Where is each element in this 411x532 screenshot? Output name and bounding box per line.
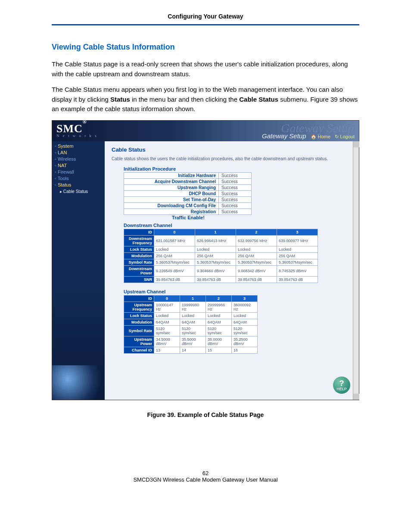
init-row-label: DHCP Bound bbox=[124, 190, 219, 196]
chan-cell: 15 bbox=[206, 347, 232, 353]
para2-cable: Cable Status bbox=[239, 96, 278, 103]
chan-cell: 64QAM bbox=[232, 319, 258, 325]
chan-cell: 29999966 Hz bbox=[206, 302, 232, 312]
init-row-label: Upstream Ranging bbox=[124, 184, 219, 190]
chan-row-label: Modulation bbox=[124, 252, 154, 259]
init-row-value: Success bbox=[219, 190, 252, 196]
banner-sub: Gateway Setup 🏠 Home ↻ Logout bbox=[262, 132, 355, 140]
chan-cell: 35.5000 dBmV bbox=[180, 336, 206, 347]
traffic-enable-text: Traffic Enable! bbox=[124, 215, 253, 220]
chan-cell: 5.360537Msym/sec bbox=[154, 259, 195, 265]
sidebar-item-nat[interactable]: ◦ NAT bbox=[55, 162, 105, 169]
content-title: Cable Status bbox=[112, 146, 352, 153]
sidebar-item-wireless[interactable]: ◦ Wireless bbox=[55, 156, 105, 162]
page-number: 62 bbox=[0, 470, 411, 476]
chan-cell: 35.0000 dBmV bbox=[206, 336, 232, 347]
chan-row-label: Upstream Frequency bbox=[124, 302, 154, 312]
ui-topbar: SMC® N e t w o r k s Gateway Setup Gatew… bbox=[52, 121, 359, 141]
sidebar-item-cablestatus[interactable]: ▸ Cable Status bbox=[55, 188, 105, 195]
init-row-label: Initialize Hardware bbox=[124, 172, 219, 178]
smc-logo: SMC® N e t w o r k s bbox=[56, 122, 98, 138]
chan-header: ID bbox=[124, 229, 154, 235]
init-row-value: Success bbox=[219, 172, 252, 178]
chan-cell: Locked bbox=[236, 246, 277, 252]
chan-header: 0 bbox=[154, 295, 180, 302]
logout-link[interactable]: ↻ Logout bbox=[335, 134, 355, 139]
chan-cell: 256 QAM bbox=[277, 252, 318, 259]
figure-caption: Figure 39. Example of Cable Status Page bbox=[52, 411, 359, 418]
sidebar-decor-image bbox=[52, 365, 105, 400]
chan-cell: 64QAM bbox=[154, 319, 180, 325]
chan-cell: Locked bbox=[180, 312, 206, 319]
chan-row-label: Symbol Rate bbox=[124, 259, 154, 265]
chan-cell: 39.854763 dB bbox=[277, 276, 318, 283]
chan-cell: 626.996413 MHz bbox=[195, 235, 236, 246]
sidebar-label: Firewall bbox=[58, 169, 74, 174]
sidebar-item-status[interactable]: ◦ Status bbox=[55, 182, 105, 188]
chan-cell: 19999980 Hz bbox=[180, 302, 206, 312]
chan-cell: 621.001587 MHz bbox=[154, 235, 195, 246]
chan-header: 3 bbox=[277, 229, 318, 235]
chan-cell: 5.360537Msym/sec bbox=[236, 259, 277, 265]
sidebar-label: Wireless bbox=[58, 156, 76, 162]
content-pane: Cable Status Cable status shows the user… bbox=[105, 141, 359, 400]
sidebar-label: Tools bbox=[58, 176, 69, 181]
upstream-channel-table: ID0123Upstream Frequency10000147 Hz19999… bbox=[124, 295, 258, 354]
chan-row-label: Channel ID bbox=[124, 347, 154, 353]
chan-cell: 9.226549 dBmV bbox=[154, 265, 195, 276]
chan-header: 0 bbox=[154, 229, 195, 235]
home-link[interactable]: 🏠 Home bbox=[311, 134, 330, 139]
chan-cell: 64QAM bbox=[180, 319, 206, 325]
chan-row-label: Modulation bbox=[124, 319, 154, 325]
chan-cell: 16 bbox=[232, 347, 258, 353]
chan-cell: Locked bbox=[195, 246, 236, 252]
chan-cell: 39.854763 dB bbox=[195, 276, 236, 283]
downstream-channel-table: ID0123Downstream Frequency621.001587 MHz… bbox=[124, 229, 318, 283]
chan-cell: 632.999756 MHz bbox=[236, 235, 277, 246]
paragraph-1: The Cable Status page is a read-only scr… bbox=[52, 59, 359, 79]
chan-cell: 5.360537Msym/sec bbox=[277, 259, 318, 265]
sidebar-label: LAN bbox=[58, 150, 67, 155]
chan-row-label: Lock Status bbox=[124, 246, 154, 252]
sidebar-label: Status bbox=[58, 182, 71, 187]
chan-cell: 5120 sym/sec bbox=[232, 325, 258, 336]
chan-header: 3 bbox=[232, 295, 258, 302]
scrollbar[interactable] bbox=[353, 141, 359, 400]
init-row-label: Acquire Downstream Channel bbox=[124, 178, 219, 184]
init-row-value: Success bbox=[219, 202, 252, 208]
sidebar-item-system[interactable]: ◦ System bbox=[55, 143, 105, 149]
doc-footer: 62 SMCD3GN Wireless Cable Modem Gateway … bbox=[0, 427, 411, 500]
chan-cell: 13 bbox=[154, 347, 180, 353]
init-row-value: Success bbox=[219, 208, 252, 215]
chan-cell: 256 QAM bbox=[154, 252, 195, 259]
chan-cell: 256 QAM bbox=[195, 252, 236, 259]
chan-header: 1 bbox=[180, 295, 206, 302]
chan-header: 2 bbox=[236, 229, 277, 235]
page-header: Configuring Your Gateway bbox=[52, 0, 359, 25]
section-title: Viewing Cable Status Information bbox=[52, 43, 359, 52]
screenshot-router-ui: SMC® N e t w o r k s Gateway Setup Gatew… bbox=[52, 120, 359, 400]
chan-cell: 36000092 Hz bbox=[232, 302, 258, 312]
chan-row-label: Symbol Rate bbox=[124, 325, 154, 336]
chan-cell: 39.854763 dB bbox=[154, 276, 195, 283]
init-row-label: Registration bbox=[124, 208, 219, 215]
para2-b: in the menu bar and then clicking the bbox=[130, 96, 240, 103]
chan-header: 1 bbox=[195, 229, 236, 235]
sidebar-label: Cable Status bbox=[63, 189, 88, 194]
sidebar-item-lan[interactable]: ◦ LAN bbox=[55, 149, 105, 156]
init-row-value: Success bbox=[219, 178, 252, 184]
chan-header: 2 bbox=[206, 295, 232, 302]
home-label: Home bbox=[318, 134, 330, 139]
help-button[interactable]: HELP bbox=[333, 376, 350, 394]
sidebar: ◦ System ◦ LAN ◦ Wireless ◦ NAT ◦ Firewa… bbox=[52, 141, 105, 400]
help-label: HELP bbox=[336, 387, 347, 391]
content-desc: Cable status shows the users the cable i… bbox=[112, 156, 352, 161]
sidebar-item-firewall[interactable]: ◦ Firewall bbox=[55, 169, 105, 175]
chan-cell: 64QAM bbox=[206, 319, 232, 325]
chan-cell: 10000147 Hz bbox=[154, 302, 180, 312]
banner-title: Gateway Setup bbox=[262, 132, 306, 140]
chan-cell: Locked bbox=[154, 246, 195, 252]
sidebar-item-tools[interactable]: ◦ Tools bbox=[55, 175, 105, 182]
upstream-label: Upstream Channel bbox=[124, 289, 352, 294]
logout-label: Logout bbox=[340, 134, 355, 139]
